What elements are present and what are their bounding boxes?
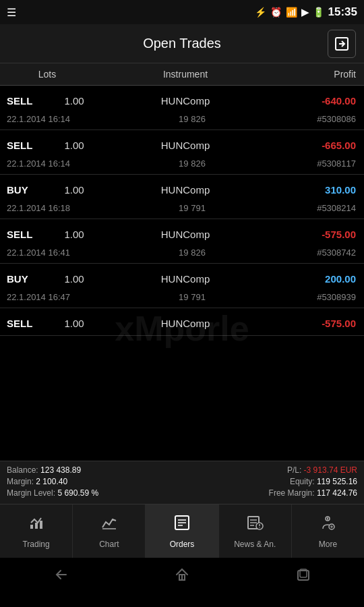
margin-value: 2 100.40 — [36, 477, 67, 486]
trade-lots: 1.00 — [54, 318, 94, 329]
trade-lots: 1.00 — [54, 95, 94, 107]
recents-button[interactable] — [290, 561, 317, 588]
trade-type: BUY — [0, 273, 54, 285]
trade-date: 22.1.2014 16:14 — [0, 114, 108, 124]
nav-item-trading[interactable]: Trading — [0, 504, 73, 558]
home-button[interactable] — [169, 561, 195, 588]
status-bar-left: ☰ — [7, 6, 16, 19]
trade-lots: 1.00 — [54, 273, 94, 285]
trade-price: 19 791 — [108, 203, 276, 213]
page-title: Open Trades — [143, 36, 221, 51]
table-row[interactable]: BUY 1.00 HUNComp 310.00 22.1.2014 16:18 … — [0, 175, 364, 219]
margin-level-section: Margin Level: 5 690.59 % — [7, 488, 98, 498]
trade-price: 19 826 — [108, 248, 276, 258]
main-content: xMporle SELL 1.00 HUNComp -640.00 22.1.2… — [0, 86, 364, 461]
trade-profit: 310.00 — [276, 184, 364, 196]
battery-icon: 🔋 — [313, 7, 324, 18]
trade-ticket: #5308939 — [276, 292, 364, 302]
back-button[interactable] — [47, 561, 74, 588]
trade-date: 22.1.2014 16:14 — [0, 158, 108, 169]
table-row[interactable]: BUY 1.00 HUNComp 200.00 22.1.2014 16:47 … — [0, 264, 364, 308]
nav-item-orders[interactable]: Orders — [146, 504, 218, 558]
balance-value: 123 438.89 — [40, 465, 81, 475]
orders-icon — [173, 514, 191, 536]
bottom-nav: Trading Chart Orders — [0, 504, 364, 558]
trade-type: SELL — [0, 95, 54, 107]
balance-section: Balance: 123 438.89 — [7, 465, 81, 475]
signal-icon: ▶ — [301, 7, 309, 18]
trade-instrument: HUNComp — [94, 273, 276, 285]
trade-ticket: #5308214 — [276, 203, 364, 213]
trade-instrument: HUNComp — [94, 318, 276, 329]
balance-label: Balance: — [7, 465, 38, 475]
footer-stats: Balance: 123 438.89 P/L: -3 913.74 EUR M… — [0, 461, 364, 504]
stats-row-1: Balance: 123 438.89 P/L: -3 913.74 EUR — [7, 465, 357, 475]
table-row[interactable]: SELL 1.00 HUNComp -575.00 — [0, 308, 364, 336]
trade-type: BUY — [0, 184, 54, 196]
trade-price: 19 826 — [108, 158, 276, 169]
free-margin-label: Free Margin: — [269, 488, 315, 498]
stats-row-2: Margin: 2 100.40 Equity: 119 525.16 — [7, 477, 357, 486]
trading-icon — [28, 514, 45, 536]
export-button[interactable] — [328, 30, 356, 58]
alarm-icon: ⏰ — [270, 7, 282, 18]
more-label: More — [319, 540, 337, 549]
column-headers: Lots Instrument Profit — [0, 63, 364, 86]
col-instrument-header: Instrument — [94, 69, 276, 80]
status-time: 15:35 — [328, 5, 357, 19]
trade-price: 19 826 — [108, 114, 276, 124]
svg-rect-1 — [30, 525, 33, 529]
trade-date: 22.1.2014 16:41 — [0, 248, 108, 258]
svg-rect-2 — [35, 523, 38, 529]
svg-point-17 — [327, 517, 328, 520]
nav-item-chart[interactable]: Chart — [73, 504, 146, 558]
free-margin-section: Free Margin: 117 424.76 — [269, 488, 357, 498]
trade-profit: -575.00 — [276, 318, 364, 329]
pl-value: -3 913.74 EUR — [304, 465, 357, 475]
equity-section: Equity: 119 525.16 — [290, 477, 357, 486]
trade-profit: -640.00 — [276, 95, 364, 107]
chart-label: Chart — [99, 540, 119, 549]
col-profit-header: Profit — [276, 69, 364, 80]
nav-item-news[interactable]: News & An. — [219, 504, 292, 558]
chart-icon — [100, 514, 118, 536]
margin-section: Margin: 2 100.40 — [7, 477, 67, 486]
orders-label: Orders — [170, 540, 195, 549]
trade-ticket: #5308117 — [276, 158, 364, 169]
margin-label: Margin: — [7, 477, 34, 486]
trade-type: SELL — [0, 318, 54, 329]
stats-row-3: Margin Level: 5 690.59 % Free Margin: 11… — [7, 488, 357, 498]
trade-lots: 1.00 — [54, 229, 94, 240]
col-lots-header: Lots — [0, 69, 94, 80]
nav-item-more[interactable]: More — [292, 504, 364, 558]
trade-lots: 1.00 — [54, 184, 94, 196]
trade-type: SELL — [0, 140, 54, 151]
news-label: News & An. — [234, 540, 276, 549]
free-margin-value: 117 424.76 — [317, 488, 357, 498]
equity-label: Equity: — [290, 477, 315, 486]
margin-level-label: Margin Level: — [7, 488, 55, 498]
trade-ticket: #5308742 — [276, 248, 364, 258]
trade-profit: -665.00 — [276, 140, 364, 151]
pl-section: P/L: -3 913.74 EUR — [287, 465, 357, 475]
status-bar-right: ⚡ ⏰ 📶 ▶ 🔋 15:35 — [255, 5, 357, 19]
wifi-icon: 📶 — [286, 7, 297, 18]
trade-date: 22.1.2014 16:18 — [0, 203, 108, 213]
svg-rect-3 — [40, 521, 42, 529]
trade-instrument: HUNComp — [94, 229, 276, 240]
trade-instrument: HUNComp — [94, 140, 276, 151]
status-bar: ☰ ⚡ ⏰ 📶 ▶ 🔋 15:35 — [0, 0, 364, 24]
margin-level-value: 5 690.59 % — [57, 488, 98, 498]
android-nav-bar — [0, 558, 364, 591]
table-row[interactable]: SELL 1.00 HUNComp -665.00 22.1.2014 16:1… — [0, 130, 364, 175]
trade-instrument: HUNComp — [94, 95, 276, 107]
table-row[interactable]: SELL 1.00 HUNComp -575.00 22.1.2014 16:4… — [0, 219, 364, 264]
menu-icon: ☰ — [7, 6, 16, 19]
trade-price: 19 791 — [108, 292, 276, 302]
more-icon — [319, 514, 336, 536]
equity-value: 119 525.16 — [317, 477, 357, 486]
trade-profit: 200.00 — [276, 273, 364, 285]
bluetooth-icon: ⚡ — [255, 7, 266, 18]
pl-label: P/L: — [287, 465, 301, 475]
table-row[interactable]: SELL 1.00 HUNComp -640.00 22.1.2014 16:1… — [0, 86, 364, 130]
